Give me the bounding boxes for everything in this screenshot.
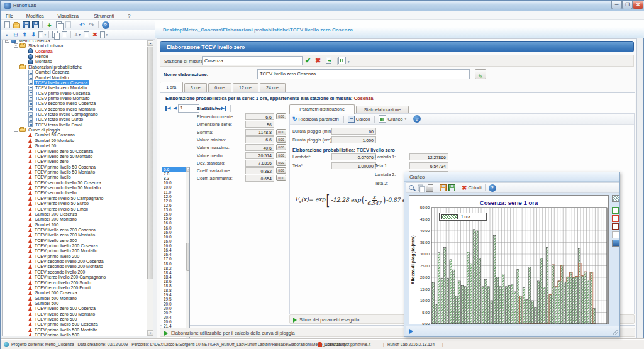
series-value-item[interactable]: 6.6 — [162, 167, 186, 172]
restore-button[interactable]: ❐ — [622, 1, 633, 9]
page-dropdown-icon[interactable]: ▾ — [100, 31, 108, 38]
green-style-icon[interactable] — [612, 207, 619, 214]
series-value-item[interactable]: 11.0 — [162, 190, 186, 194]
scroll-up-icon[interactable]: ▲ — [186, 167, 190, 172]
series-value-item[interactable]: 15.6 — [162, 216, 186, 221]
undo-icon[interactable]: ↶ — [78, 21, 86, 29]
hatch-style-icon[interactable] — [612, 195, 619, 202]
tab-serie-3ore[interactable]: 3 ore — [184, 83, 208, 92]
series-value-item[interactable]: 19.5 — [162, 297, 186, 301]
new-item-dropdown-icon[interactable]: ▾ — [38, 31, 46, 38]
series-value-item[interactable]: 16.0 — [162, 221, 186, 225]
tree-expander-icon[interactable]: − — [14, 43, 18, 48]
stat-value-field[interactable]: 40.6 — [245, 144, 274, 151]
series-value-item[interactable]: 20.2 — [162, 311, 186, 315]
tree-expander-icon[interactable]: − — [14, 65, 18, 69]
series-value-item[interactable]: 8.3 — [162, 176, 186, 180]
tab-serie-6ore[interactable]: 6 ore — [208, 83, 231, 92]
stat-value-field[interactable]: 6.6 — [245, 113, 274, 120]
tab-parametri-distribuzione[interactable]: Parametri distribuzione — [289, 104, 355, 114]
stat-value-field[interactable]: 20.514 — [245, 152, 274, 159]
add-gray-icon[interactable]: +▾ — [74, 31, 81, 38]
series-value-item[interactable]: 18.4 — [162, 275, 186, 279]
copy-chart-icon[interactable] — [418, 184, 425, 191]
play-icon[interactable] — [409, 329, 413, 334]
format-button[interactable]: 0,00 — [276, 175, 286, 181]
param-value-field[interactable]: 6.54734 — [409, 162, 448, 169]
edit-name-button[interactable]: ✎ — [475, 69, 486, 79]
series-value-list[interactable]: 6.67.08.310.010.011.012.012.012.613.615.… — [162, 167, 190, 349]
series-value-item[interactable]: 18.8 — [162, 284, 186, 288]
add-icon[interactable]: + — [45, 21, 53, 29]
param-value-field[interactable]: 0.07076 — [331, 153, 376, 160]
series-value-item[interactable]: 16.0 — [162, 239, 186, 243]
stat-value-field[interactable]: 6.6 — [245, 136, 274, 143]
format-button[interactable]: 0,00 — [276, 113, 286, 119]
name-input[interactable]: TCEV livello zero Cosenza — [257, 69, 470, 79]
move-up-icon[interactable]: ⬆ — [21, 31, 28, 38]
recalc-button[interactable]: Ricalcola parametri — [299, 116, 339, 122]
calc-button[interactable]: Calcoli — [356, 116, 370, 122]
tree-expander-icon[interactable]: − — [5, 40, 9, 43]
close-chart-icon[interactable]: ✖ — [462, 184, 467, 191]
page-icon[interactable] — [82, 31, 90, 38]
save-green-icon[interactable] — [448, 184, 455, 191]
series-value-item[interactable]: 16.4 — [162, 248, 186, 252]
series-value-item[interactable]: 20.4 — [162, 315, 186, 319]
paste-icon[interactable] — [64, 21, 72, 29]
param-value-field[interactable]: 60 — [331, 128, 376, 135]
format-button[interactable]: 0,00 — [276, 160, 286, 166]
series-value-item[interactable]: 19.4 — [162, 292, 186, 297]
series-value-item[interactable]: 16.0 — [162, 235, 186, 239]
redo-icon[interactable]: ↷ — [87, 21, 96, 29]
print-icon[interactable] — [426, 186, 433, 192]
station-input[interactable]: Cosenza — [202, 56, 303, 65]
tree-expander-icon[interactable]: − — [14, 128, 18, 132]
open-folder-icon[interactable] — [13, 21, 21, 29]
stat-value-field[interactable]: 0.654 — [245, 175, 274, 182]
series-value-item[interactable]: 18.6 — [162, 279, 186, 284]
param-value-field[interactable]: 1.00000 — [331, 162, 376, 169]
minimize-button[interactable]: ─ — [611, 1, 622, 9]
confirm-icon[interactable]: ✔ — [305, 57, 311, 65]
tab-serie-24ore[interactable]: 24 ore — [260, 83, 286, 92]
red-style-icon[interactable] — [612, 215, 619, 222]
tree-view-icon[interactable]: ⊟ — [12, 31, 19, 38]
series-value-item[interactable]: 13.6 — [162, 208, 186, 212]
stat-value-field[interactable]: 0.382 — [245, 167, 274, 174]
grafico-help-icon[interactable]: ? — [489, 184, 496, 192]
gray-style-icon[interactable] — [612, 231, 619, 238]
series-value-item[interactable]: 20.0 — [162, 302, 186, 306]
darkred-style-icon[interactable] — [612, 223, 619, 230]
grafico-caret-icon[interactable]: ▾ — [404, 117, 406, 121]
list-scrollbar[interactable]: ▲▼ — [186, 167, 190, 349]
menu-modifica[interactable]: Modifica — [26, 13, 44, 19]
series-value-item[interactable]: 10.0 — [162, 180, 186, 185]
series-value-item[interactable]: 12.0 — [162, 199, 186, 203]
series-value-item[interactable]: 7.0 — [162, 172, 186, 176]
scroll-down-icon[interactable]: ▼ — [147, 330, 153, 336]
menu-file[interactable]: File — [6, 13, 13, 19]
series-value-item[interactable]: 15.0 — [162, 212, 186, 216]
series-value-item[interactable]: 12.0 — [162, 194, 186, 199]
series-value-item[interactable]: 16.0 — [162, 230, 186, 235]
copy-item-icon[interactable] — [52, 31, 59, 38]
series-value-item[interactable]: 16.0 — [162, 226, 186, 230]
series-value-item[interactable]: 10.0 — [162, 185, 186, 189]
save-orange-icon[interactable] — [440, 184, 447, 191]
format-button[interactable]: 0,00 — [276, 129, 286, 135]
param-value-field[interactable]: 1.000 — [331, 136, 376, 143]
first-record-icon[interactable]: ◀ — [165, 106, 170, 111]
tree-scrollbar-thumb[interactable] — [147, 47, 153, 279]
series-value-item[interactable]: 17.0 — [162, 257, 186, 261]
delete-icon[interactable]: ✖ — [91, 31, 99, 38]
menu-visualizza[interactable]: Visualizza — [57, 13, 79, 19]
tab-serie-1ora[interactable]: 1 ora — [160, 82, 183, 92]
series-value-item[interactable]: 12.6 — [162, 203, 186, 208]
save-icon[interactable] — [22, 21, 30, 29]
series-value-item[interactable]: 18.4 — [162, 270, 186, 275]
series-value-item[interactable]: 18.0 — [162, 262, 186, 266]
chart-caret-icon[interactable]: ▾ — [348, 60, 350, 64]
format-button[interactable]: 0,00 — [276, 144, 286, 150]
close-button[interactable]: ✕ — [633, 1, 643, 9]
